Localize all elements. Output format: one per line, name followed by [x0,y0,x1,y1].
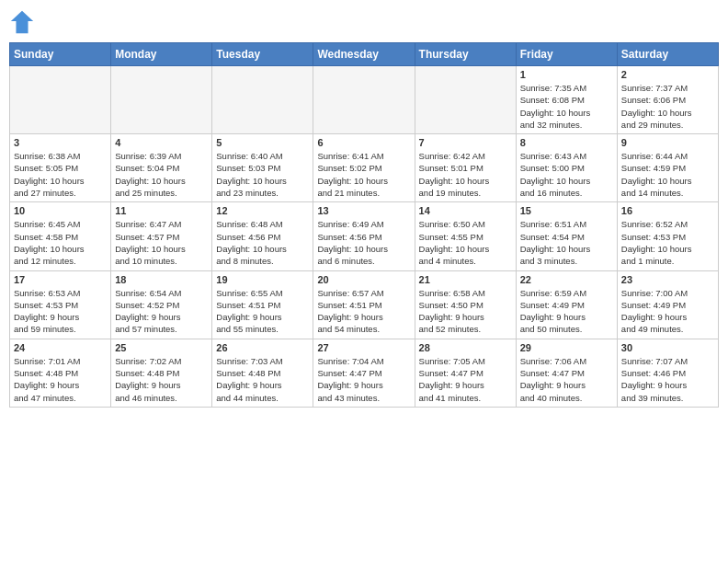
day-info: Sunrise: 6:52 AM Sunset: 4:53 PM Dayligh… [621,218,714,267]
day-number: 7 [419,137,512,148]
weekday-header: Friday [516,43,617,66]
day-number: 6 [317,137,410,148]
day-number: 27 [317,342,410,353]
day-info: Sunrise: 6:47 AM Sunset: 4:57 PM Dayligh… [115,218,208,267]
day-info: Sunrise: 7:07 AM Sunset: 4:46 PM Dayligh… [621,355,714,404]
calendar-cell: 4Sunrise: 6:39 AM Sunset: 5:04 PM Daylig… [111,134,212,202]
calendar-body: 1Sunrise: 7:35 AM Sunset: 6:08 PM Daylig… [10,66,719,408]
calendar-cell: 16Sunrise: 6:52 AM Sunset: 4:53 PM Dayli… [617,202,718,270]
day-number: 21 [419,274,512,285]
calendar-week-row: 10Sunrise: 6:45 AM Sunset: 4:58 PM Dayli… [10,202,719,270]
calendar-cell: 23Sunrise: 7:00 AM Sunset: 4:49 PM Dayli… [617,270,718,339]
day-number: 24 [14,342,107,353]
day-number: 3 [14,137,107,148]
day-number: 25 [115,342,208,353]
weekday-header: Tuesday [212,43,313,66]
day-number: 17 [14,274,107,285]
calendar-week-row: 24Sunrise: 7:01 AM Sunset: 4:48 PM Dayli… [10,339,719,407]
calendar-cell: 27Sunrise: 7:04 AM Sunset: 4:47 PM Dayli… [313,339,415,407]
day-info: Sunrise: 6:48 AM Sunset: 4:56 PM Dayligh… [216,218,309,267]
day-info: Sunrise: 6:58 AM Sunset: 4:50 PM Dayligh… [419,287,512,336]
calendar-cell: 21Sunrise: 6:58 AM Sunset: 4:50 PM Dayli… [415,270,516,339]
calendar-cell: 20Sunrise: 6:57 AM Sunset: 4:51 PM Dayli… [313,270,415,339]
day-number: 14 [419,205,512,216]
calendar-cell: 3Sunrise: 6:38 AM Sunset: 5:05 PM Daylig… [10,134,111,202]
calendar-cell [313,66,415,134]
calendar-cell: 15Sunrise: 6:51 AM Sunset: 4:54 PM Dayli… [516,202,617,270]
weekday-header: Saturday [617,43,718,66]
day-info: Sunrise: 6:43 AM Sunset: 5:00 PM Dayligh… [520,150,613,199]
weekday-header: Thursday [415,43,516,66]
day-number: 29 [520,342,613,353]
calendar-cell: 7Sunrise: 6:42 AM Sunset: 5:01 PM Daylig… [415,134,516,202]
day-info: Sunrise: 7:03 AM Sunset: 4:48 PM Dayligh… [216,355,309,404]
day-number: 5 [216,137,309,148]
day-info: Sunrise: 6:38 AM Sunset: 5:05 PM Dayligh… [14,150,107,199]
calendar-cell: 19Sunrise: 6:55 AM Sunset: 4:51 PM Dayli… [212,270,313,339]
svg-marker-0 [11,11,33,33]
calendar-cell: 9Sunrise: 6:44 AM Sunset: 4:59 PM Daylig… [617,134,718,202]
day-number: 15 [520,205,613,216]
day-info: Sunrise: 7:00 AM Sunset: 4:49 PM Dayligh… [621,287,714,336]
calendar-cell: 10Sunrise: 6:45 AM Sunset: 4:58 PM Dayli… [10,202,111,270]
calendar-cell: 5Sunrise: 6:40 AM Sunset: 5:03 PM Daylig… [212,134,313,202]
day-number: 9 [621,137,714,148]
calendar-week-row: 3Sunrise: 6:38 AM Sunset: 5:05 PM Daylig… [10,134,719,202]
day-info: Sunrise: 6:55 AM Sunset: 4:51 PM Dayligh… [216,287,309,336]
day-info: Sunrise: 7:01 AM Sunset: 4:48 PM Dayligh… [14,355,107,404]
calendar-cell: 11Sunrise: 6:47 AM Sunset: 4:57 PM Dayli… [111,202,212,270]
calendar-cell [415,66,516,134]
day-info: Sunrise: 6:44 AM Sunset: 4:59 PM Dayligh… [621,150,714,199]
calendar-cell [111,66,212,134]
day-number: 4 [115,137,208,148]
day-info: Sunrise: 6:42 AM Sunset: 5:01 PM Dayligh… [419,150,512,199]
logo [9,9,39,35]
day-number: 22 [520,274,613,285]
day-number: 20 [317,274,410,285]
day-number: 19 [216,274,309,285]
day-number: 12 [216,205,309,216]
day-info: Sunrise: 6:59 AM Sunset: 4:49 PM Dayligh… [520,287,613,336]
calendar-cell: 30Sunrise: 7:07 AM Sunset: 4:46 PM Dayli… [617,339,718,407]
calendar-cell: 18Sunrise: 6:54 AM Sunset: 4:52 PM Dayli… [111,270,212,339]
day-info: Sunrise: 6:50 AM Sunset: 4:55 PM Dayligh… [419,218,512,267]
day-number: 2 [621,69,714,80]
day-number: 26 [216,342,309,353]
calendar-cell: 26Sunrise: 7:03 AM Sunset: 4:48 PM Dayli… [212,339,313,407]
page-header [9,9,719,35]
calendar-cell: 14Sunrise: 6:50 AM Sunset: 4:55 PM Dayli… [415,202,516,270]
calendar-cell: 24Sunrise: 7:01 AM Sunset: 4:48 PM Dayli… [10,339,111,407]
day-info: Sunrise: 6:53 AM Sunset: 4:53 PM Dayligh… [14,287,107,336]
calendar-cell [212,66,313,134]
day-info: Sunrise: 7:04 AM Sunset: 4:47 PM Dayligh… [317,355,410,404]
calendar: SundayMondayTuesdayWednesdayThursdayFrid… [9,42,719,408]
day-number: 1 [520,69,613,80]
day-info: Sunrise: 7:35 AM Sunset: 6:08 PM Dayligh… [520,82,613,131]
calendar-cell [10,66,111,134]
day-info: Sunrise: 6:39 AM Sunset: 5:04 PM Dayligh… [115,150,208,199]
day-info: Sunrise: 6:54 AM Sunset: 4:52 PM Dayligh… [115,287,208,336]
day-number: 11 [115,205,208,216]
day-info: Sunrise: 6:51 AM Sunset: 4:54 PM Dayligh… [520,218,613,267]
day-info: Sunrise: 6:57 AM Sunset: 4:51 PM Dayligh… [317,287,410,336]
day-info: Sunrise: 7:02 AM Sunset: 4:48 PM Dayligh… [115,355,208,404]
day-info: Sunrise: 6:49 AM Sunset: 4:56 PM Dayligh… [317,218,410,267]
calendar-cell: 1Sunrise: 7:35 AM Sunset: 6:08 PM Daylig… [516,66,617,134]
weekday-header: Wednesday [313,43,415,66]
day-info: Sunrise: 7:37 AM Sunset: 6:06 PM Dayligh… [621,82,714,131]
day-number: 10 [14,205,107,216]
day-info: Sunrise: 6:45 AM Sunset: 4:58 PM Dayligh… [14,218,107,267]
calendar-cell: 17Sunrise: 6:53 AM Sunset: 4:53 PM Dayli… [10,270,111,339]
day-number: 23 [621,274,714,285]
calendar-cell: 29Sunrise: 7:06 AM Sunset: 4:47 PM Dayli… [516,339,617,407]
calendar-header-row: SundayMondayTuesdayWednesdayThursdayFrid… [10,43,719,66]
calendar-cell: 25Sunrise: 7:02 AM Sunset: 4:48 PM Dayli… [111,339,212,407]
calendar-cell: 12Sunrise: 6:48 AM Sunset: 4:56 PM Dayli… [212,202,313,270]
day-number: 16 [621,205,714,216]
calendar-cell: 13Sunrise: 6:49 AM Sunset: 4:56 PM Dayli… [313,202,415,270]
weekday-header: Monday [111,43,212,66]
calendar-cell: 22Sunrise: 6:59 AM Sunset: 4:49 PM Dayli… [516,270,617,339]
logo-icon [9,9,35,35]
calendar-week-row: 1Sunrise: 7:35 AM Sunset: 6:08 PM Daylig… [10,66,719,134]
day-number: 28 [419,342,512,353]
